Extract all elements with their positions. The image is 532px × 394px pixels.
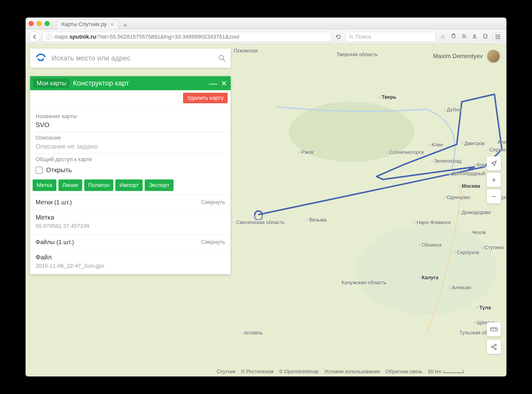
- files-section-header: Файлы (1 шт.) Свернуть: [30, 234, 231, 250]
- attrib-osm[interactable]: © Openstreetmap: [279, 369, 319, 374]
- city-label: Дмитров: [464, 141, 485, 146]
- city-label: Тверская область: [336, 52, 378, 57]
- map-form: Название карты SVO Описание Описание не …: [30, 106, 231, 179]
- city-label: Обнинск: [422, 242, 441, 248]
- polygon-button[interactable]: Полигон: [84, 179, 114, 191]
- city-dot-icon: [379, 96, 381, 98]
- city-dot-icon: [469, 232, 471, 234]
- scale-bar: [444, 370, 464, 373]
- share-button[interactable]: [487, 340, 501, 354]
- attrib-terms[interactable]: Условия использования: [324, 369, 380, 374]
- attrib-feedback[interactable]: Обратная связь: [385, 369, 422, 374]
- files-header: Файлы (1 шт.): [36, 239, 74, 246]
- line-button[interactable]: Линия: [58, 179, 82, 191]
- share-checkbox[interactable]: [36, 167, 43, 174]
- download-icon[interactable]: [472, 33, 477, 40]
- zoom-window-button[interactable]: [45, 21, 50, 26]
- city-label: Чехов: [472, 230, 486, 235]
- zoom-in-button[interactable]: +: [487, 173, 501, 187]
- marker-title: Метка: [36, 214, 225, 221]
- city-label: Ступино: [484, 245, 504, 250]
- minimize-window-button[interactable]: [37, 21, 42, 26]
- marker-item[interactable]: Метка 55.979561 37.457199: [30, 210, 231, 234]
- city-label: Сергиев Посад: [489, 147, 506, 153]
- minimize-icon[interactable]: —: [209, 81, 217, 85]
- clipboard-icon[interactable]: [451, 33, 456, 40]
- marker-button[interactable]: Метка: [33, 179, 56, 191]
- city-label: Наро-Фоминск: [417, 220, 451, 225]
- user-chip[interactable]: Maxim Dementyev: [433, 49, 500, 63]
- address-bar[interactable]: i maps.sputnik.ru/?lat=55.56281575575881…: [43, 32, 331, 42]
- city-label: Дубна: [447, 107, 461, 113]
- svg-line-13: [223, 59, 225, 61]
- tab-close-icon[interactable]: ×: [110, 21, 114, 28]
- sputnik-logo-icon[interactable]: [30, 53, 52, 63]
- search-icon[interactable]: [213, 54, 231, 62]
- file-item[interactable]: Файл 2016-11-06_22-47_Sun.gpx: [30, 250, 231, 274]
- menu-button[interactable]: [493, 32, 503, 41]
- city-label: Москва: [462, 183, 480, 189]
- city-dot-icon: [429, 144, 431, 146]
- ruler-button[interactable]: [487, 322, 501, 336]
- city-label: Тула: [479, 305, 491, 311]
- svg-point-20: [495, 348, 496, 350]
- toolbar-icons: ☆: [440, 33, 488, 41]
- city-label: Калужская область: [341, 280, 386, 285]
- bookmark-star-icon[interactable]: ☆: [440, 33, 446, 40]
- city-dot-icon: [474, 164, 476, 166]
- locate-button[interactable]: [487, 156, 501, 170]
- name-input[interactable]: SVO: [36, 121, 225, 132]
- browser-tab[interactable]: Карты Спутник.ру ×: [57, 19, 119, 29]
- city-dot-icon: [481, 247, 483, 249]
- scale-label: 50 km: [428, 369, 441, 374]
- city-dot-icon: [454, 252, 456, 254]
- new-tab-button[interactable]: +: [121, 21, 129, 29]
- city-label: Смоленская область: [236, 220, 285, 225]
- attribution: Спутник © Ростелеком © Openstreetmap Усл…: [217, 369, 464, 374]
- marker-coords: 55.979561 37.457199: [36, 223, 225, 229]
- svg-point-12: [219, 55, 224, 60]
- back-button[interactable]: [29, 31, 40, 42]
- share-row: Открыть: [36, 166, 225, 174]
- collapse-markers[interactable]: Свернуть: [201, 199, 225, 206]
- map-search-input[interactable]: [52, 54, 213, 62]
- city-label: Клин: [432, 142, 443, 148]
- rss-icon[interactable]: [461, 33, 467, 40]
- my-maps-badge[interactable]: Мои карты: [34, 79, 69, 88]
- tab-strip: Карты Спутник.ру × +: [57, 18, 129, 29]
- delete-map-button[interactable]: Удалить карту: [183, 93, 228, 103]
- close-icon[interactable]: ✕: [221, 79, 227, 88]
- zoom-out-button[interactable]: −: [487, 189, 501, 204]
- city-dot-icon: [419, 244, 421, 246]
- city-label: Тверь: [382, 94, 396, 100]
- city-dot-icon: [449, 287, 451, 289]
- markers-header: Метки (1 шт.): [36, 199, 72, 206]
- collapse-files[interactable]: Свернуть: [201, 239, 225, 245]
- tool-buttons: Метка Линия Полигон Импорт Экспорт: [30, 179, 231, 194]
- export-button[interactable]: Экспорт: [145, 179, 173, 191]
- city-dot-icon: [431, 160, 433, 162]
- city-dot-icon: [459, 212, 461, 214]
- city-dot-icon: [459, 185, 461, 187]
- city-dot-icon: [306, 219, 308, 221]
- attrib-brand[interactable]: Спутник: [217, 369, 235, 374]
- attrib-rtk[interactable]: © Ростелеком: [241, 369, 274, 374]
- browser-search[interactable]: Поиск: [345, 32, 436, 42]
- reload-button[interactable]: [334, 32, 343, 41]
- site-info-icon[interactable]: i: [46, 34, 52, 40]
- close-window-button[interactable]: [29, 21, 34, 26]
- desc-input[interactable]: Описание не задано: [36, 143, 225, 154]
- constructor-header: Мои карты Конструктор карт — ✕: [30, 76, 231, 90]
- import-button[interactable]: Импорт: [115, 179, 143, 191]
- city-label: Долгопрудный: [452, 171, 485, 176]
- city-dot-icon: [449, 173, 451, 175]
- map-controls: + −: [487, 156, 501, 204]
- home-icon[interactable]: [482, 33, 488, 41]
- titlebar: Карты Спутник.ру × +: [26, 18, 506, 30]
- avatar[interactable]: [486, 49, 500, 63]
- city-dot-icon: [298, 151, 300, 153]
- constructor-title: Конструктор карт: [73, 79, 129, 87]
- name-label: Название карты: [36, 113, 225, 120]
- flight-marker-icon: [253, 210, 264, 220]
- scale-indicator: 50 km: [428, 369, 464, 374]
